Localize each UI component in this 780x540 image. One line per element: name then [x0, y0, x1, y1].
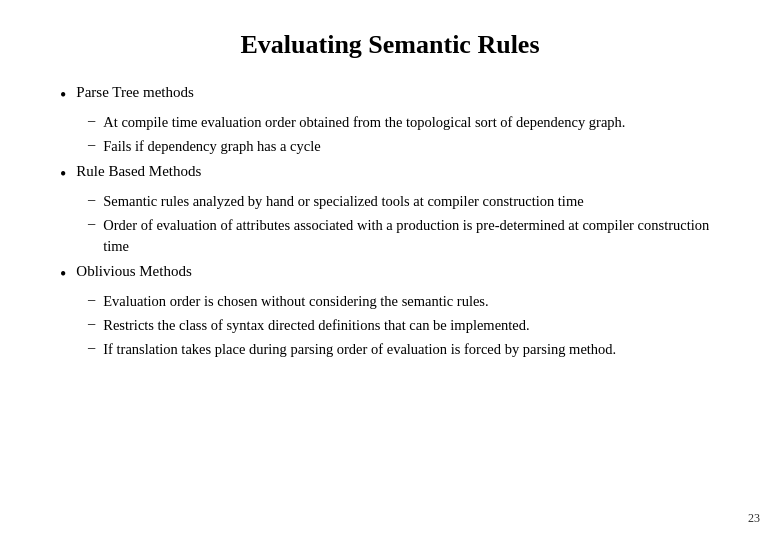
- list-item: – Order of evaluation of attributes asso…: [88, 215, 730, 257]
- section-3-sublist: – Evaluation order is chosen without con…: [60, 291, 730, 360]
- slide-title: Evaluating Semantic Rules: [50, 30, 730, 60]
- dash-icon: –: [88, 136, 95, 153]
- slide: Evaluating Semantic Rules • Parse Tree m…: [0, 0, 780, 540]
- dash-icon: –: [88, 191, 95, 208]
- sub-item-text: Fails if dependency graph has a cycle: [103, 136, 320, 157]
- section-3: • Oblivious Methods: [60, 263, 730, 285]
- sub-item-text: If translation takes place during parsin…: [103, 339, 616, 360]
- sub-item-text: Order of evaluation of attributes associ…: [103, 215, 730, 257]
- list-item: – Restricts the class of syntax directed…: [88, 315, 730, 336]
- dash-icon: –: [88, 291, 95, 308]
- section-2-sublist: – Semantic rules analyzed by hand or spe…: [60, 191, 730, 257]
- bullet-3: •: [60, 264, 66, 285]
- section-1-heading: Parse Tree methods: [76, 84, 194, 101]
- sub-item-text: Restricts the class of syntax directed d…: [103, 315, 529, 336]
- slide-content: • Parse Tree methods – At compile time e…: [50, 84, 730, 360]
- section-2-heading: Rule Based Methods: [76, 163, 201, 180]
- sub-item-text: At compile time evaluation order obtaine…: [103, 112, 625, 133]
- section-1: • Parse Tree methods: [60, 84, 730, 106]
- dash-icon: –: [88, 112, 95, 129]
- dash-icon: –: [88, 315, 95, 332]
- sub-item-text: Evaluation order is chosen without consi…: [103, 291, 488, 312]
- section-2: • Rule Based Methods: [60, 163, 730, 185]
- dash-icon: –: [88, 215, 95, 232]
- list-item: – Fails if dependency graph has a cycle: [88, 136, 730, 157]
- dash-icon: –: [88, 339, 95, 356]
- page-number: 23: [748, 511, 760, 526]
- list-item: – At compile time evaluation order obtai…: [88, 112, 730, 133]
- section-1-sublist: – At compile time evaluation order obtai…: [60, 112, 730, 157]
- sub-item-text: Semantic rules analyzed by hand or speci…: [103, 191, 583, 212]
- list-item: – Evaluation order is chosen without con…: [88, 291, 730, 312]
- section-3-heading: Oblivious Methods: [76, 263, 191, 280]
- bullet-1: •: [60, 85, 66, 106]
- list-item: – Semantic rules analyzed by hand or spe…: [88, 191, 730, 212]
- list-item: – If translation takes place during pars…: [88, 339, 730, 360]
- bullet-2: •: [60, 164, 66, 185]
